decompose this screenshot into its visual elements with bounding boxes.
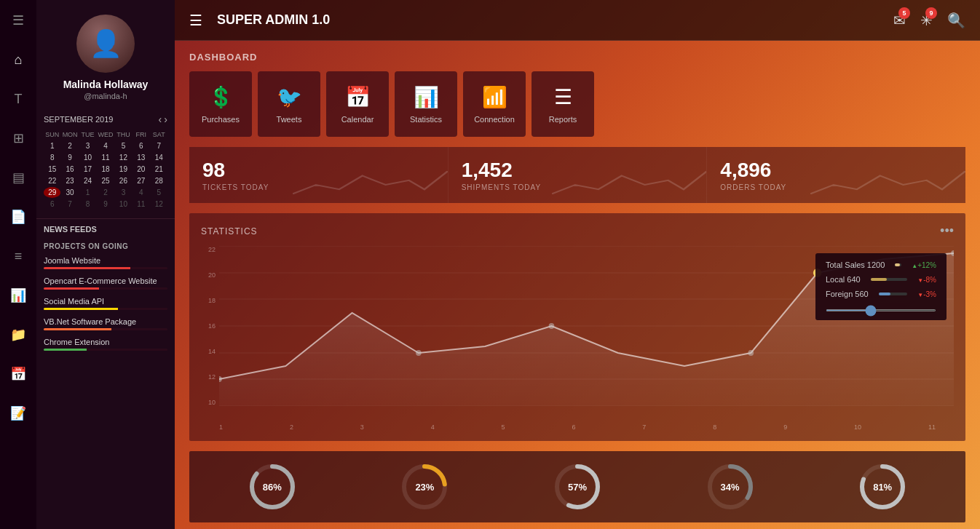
calendar-day[interactable]: 6 xyxy=(44,199,60,210)
sparkline-icon xyxy=(810,167,965,203)
calendar-day[interactable]: 13 xyxy=(133,152,149,163)
grid-icon[interactable]: ⊞ xyxy=(5,125,31,151)
calendar-day[interactable]: 26 xyxy=(115,175,132,186)
menu-icon[interactable]: ☰ xyxy=(5,7,31,33)
quick-button[interactable]: 📊 Statistics xyxy=(395,71,457,137)
project-bar xyxy=(44,267,167,269)
project-item: Opencart E-Commerce Website xyxy=(44,277,167,290)
legend-label: Total Sales 1200 xyxy=(826,260,885,269)
calendar-day[interactable]: 20 xyxy=(133,164,149,175)
calendar-day[interactable]: 30 xyxy=(61,187,78,198)
legend-bar xyxy=(871,278,888,281)
calendar-day[interactable]: 24 xyxy=(79,175,96,186)
calendar-day[interactable]: 9 xyxy=(61,152,78,163)
calendar-day[interactable]: 9 xyxy=(97,199,114,210)
calendar-day[interactable]: 1 xyxy=(79,187,96,198)
calendar-day[interactable]: 3 xyxy=(79,140,96,151)
calendar-day[interactable]: 11 xyxy=(133,199,149,210)
calendar-day[interactable]: 2 xyxy=(61,140,78,151)
email-icon-button[interactable]: ✉ 5 xyxy=(893,12,906,29)
legend-item: Total Sales 1200 ▲+12% xyxy=(826,260,936,269)
calendar-day[interactable]: 5 xyxy=(151,187,167,198)
calendar-day[interactable]: 18 xyxy=(97,164,114,175)
legend-bar-container xyxy=(879,293,908,295)
gauge-circle: 86% xyxy=(247,461,298,512)
calendar-day[interactable]: 14 xyxy=(151,152,167,163)
calendar-day[interactable]: 7 xyxy=(61,199,78,210)
note-icon[interactable]: 📝 xyxy=(5,400,31,426)
bar-chart-icon[interactable]: 📊 xyxy=(5,282,31,309)
quick-button[interactable]: 💲 Purchases xyxy=(189,71,252,137)
doc-icon[interactable]: 📄 xyxy=(5,204,31,230)
calendar-day[interactable]: 10 xyxy=(115,199,132,210)
project-name: Social Media API xyxy=(44,297,167,306)
calendar-day[interactable]: 5 xyxy=(115,140,132,151)
calendar-day[interactable]: 12 xyxy=(151,199,167,210)
calendar-day[interactable]: 21 xyxy=(151,164,167,175)
sidebar-icon-strip: ☰ ⌂ T ⊞ ▤ 📄 ≡ 📊 📁 📅 📝 xyxy=(0,0,36,529)
calendar-day[interactable]: 15 xyxy=(44,164,60,175)
calendar-day[interactable]: 8 xyxy=(44,152,60,163)
calendar-day[interactable]: 1 xyxy=(44,140,60,151)
notif-badge: 9 xyxy=(925,7,937,19)
calendar-day[interactable]: 23 xyxy=(61,175,78,186)
table-icon[interactable]: ▤ xyxy=(5,164,31,191)
calendar-day[interactable]: 17 xyxy=(79,164,96,175)
chart-container: 22201816141210 xyxy=(201,246,954,421)
calendar-day[interactable]: 2 xyxy=(97,187,114,198)
notification-icon-button[interactable]: ✳ 9 xyxy=(920,12,933,29)
calendar-day[interactable]: 4 xyxy=(97,140,114,151)
search-icon-button[interactable]: 🔍 xyxy=(947,12,965,29)
calendar-header: THU xyxy=(115,130,132,140)
project-bar xyxy=(44,349,167,351)
calendar-day[interactable]: 28 xyxy=(151,175,167,186)
home-icon[interactable]: ⌂ xyxy=(5,47,31,73)
calendar-day[interactable]: 22 xyxy=(44,175,60,186)
calendar-day[interactable]: 27 xyxy=(133,175,149,186)
legend-slider[interactable] xyxy=(826,309,936,311)
calendar-next-button[interactable]: › xyxy=(164,114,167,125)
calendar-day[interactable]: 29 xyxy=(44,187,60,198)
quick-btn-label: Tweets xyxy=(277,115,302,124)
gauge: 81% xyxy=(810,461,955,512)
menu-toggle-icon[interactable]: ☰ xyxy=(189,12,202,29)
folder-icon[interactable]: 📁 xyxy=(5,322,31,348)
gauge-circle: 34% xyxy=(705,461,756,512)
stat-card: 98 TICKETS TODAY xyxy=(189,147,448,203)
quick-button[interactable]: 🐦 Tweets xyxy=(258,71,320,137)
project-name: Joomla Website xyxy=(44,256,167,265)
quick-button[interactable]: 📶 Connection xyxy=(463,71,526,137)
calendar-day[interactable]: 8 xyxy=(79,199,96,210)
quick-button[interactable]: 📅 Calendar xyxy=(326,71,389,137)
calendar-day[interactable]: 4 xyxy=(133,187,149,198)
legend-label: Local 640 xyxy=(826,275,861,284)
calendar-header: TUE xyxy=(79,130,96,140)
calendar-day[interactable]: 11 xyxy=(97,152,114,163)
calendar-day[interactable]: 7 xyxy=(151,140,167,151)
user-name: Malinda Hollaway xyxy=(63,79,149,90)
svg-point-9 xyxy=(416,350,422,356)
y-axis-label: 14 xyxy=(201,348,216,355)
calendar-day[interactable]: 19 xyxy=(115,164,132,175)
calendar-day[interactable]: 10 xyxy=(79,152,96,163)
user-handle: @malinda-h xyxy=(84,92,127,100)
chart-title: STATISTICS xyxy=(201,226,258,236)
calendar-icon[interactable]: 📅 xyxy=(5,361,31,387)
chart-menu-icon[interactable]: ••• xyxy=(940,223,954,239)
calendar-day[interactable]: 25 xyxy=(97,175,114,186)
gauge-value: 57% xyxy=(568,482,587,493)
x-axis-label: 10 xyxy=(854,423,861,431)
list-icon[interactable]: ≡ xyxy=(5,243,31,269)
y-axis-label: 22 xyxy=(201,246,216,253)
legend-change: ▼-3% xyxy=(917,290,936,298)
calendar-day[interactable]: 6 xyxy=(133,140,149,151)
quick-btn-label: Reports xyxy=(549,115,577,124)
x-axis-label: 8 xyxy=(713,423,716,431)
calendar-prev-button[interactable]: ‹ xyxy=(159,114,162,125)
x-axis-label: 7 xyxy=(642,423,646,431)
calendar-day[interactable]: 12 xyxy=(115,152,132,163)
calendar-day[interactable]: 3 xyxy=(115,187,132,198)
calendar-day[interactable]: 16 xyxy=(61,164,78,175)
type-icon[interactable]: T xyxy=(5,86,31,112)
quick-button[interactable]: ☰ Reports xyxy=(532,71,594,137)
